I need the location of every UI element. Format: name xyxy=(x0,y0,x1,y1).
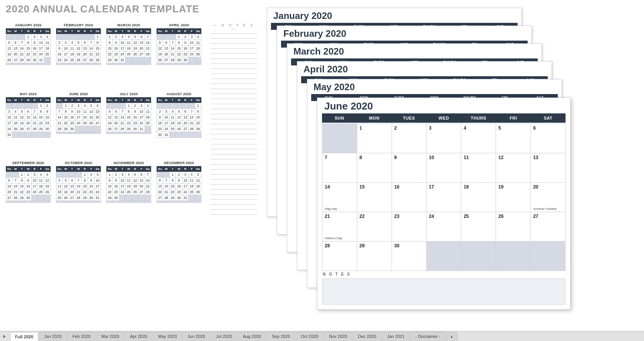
front-sheet-notes-label: N O T E S xyxy=(323,272,351,276)
calendar-day-cell[interactable]: 10 xyxy=(427,153,462,183)
calendar-day-cell[interactable]: 7 xyxy=(322,153,357,183)
sheet-tab[interactable]: Nov 2020 xyxy=(324,332,352,341)
calendar-day-cell[interactable]: 23 xyxy=(392,212,427,242)
sheet-tab[interactable]: Oct 2020 xyxy=(296,332,323,341)
calendar-day-cell[interactable] xyxy=(531,242,566,271)
mini-month: AUGUST 2020SuMTWRFSa12345678910111213141… xyxy=(157,92,201,153)
front-sheet-day-header: SUNMONTUESWEDTHURSFRISAT xyxy=(322,113,566,123)
front-month-sheet: June 2020 SUNMONTUESWEDTHURSFRISAT 12345… xyxy=(317,98,571,310)
stacked-sheet-title: January 2020 xyxy=(273,10,332,21)
calendar-day-cell[interactable]: 29 xyxy=(357,242,392,271)
day-header-cell: WED xyxy=(426,113,461,123)
calendar-day-cell[interactable]: 9 xyxy=(392,153,427,183)
calendar-event-label: Flag Day xyxy=(325,207,337,211)
calendar-day-cell[interactable]: 21Father's Day xyxy=(322,212,357,242)
mini-month: JANUARY 2020SuMTWRFSa1234567891011121314… xyxy=(6,23,51,84)
year-grid: JANUARY 2020SuMTWRFSa1234567891011121314… xyxy=(6,23,201,221)
mini-month: APRIL 2020SuMTWRFSa123456789101112131415… xyxy=(157,23,201,84)
sheet-tab[interactable]: Feb 2020 xyxy=(67,332,95,341)
stacked-sheet-title: February 2020 xyxy=(283,28,346,39)
notes-column: — N O T E S — xyxy=(211,23,257,215)
calendar-event-label: Summer Solstice xyxy=(533,207,556,211)
page-title: 2020 ANNUAL CALENDAR TEMPLATE xyxy=(6,3,199,15)
calendar-day-cell[interactable] xyxy=(496,242,531,271)
sheet-tab[interactable]: Aug 2020 xyxy=(238,332,266,341)
calendar-day-cell[interactable] xyxy=(427,242,462,271)
calendar-day-cell[interactable]: 22 xyxy=(357,212,392,242)
tab-nav-icon[interactable]: ▶ xyxy=(3,334,6,338)
sheet-tab[interactable]: - Disclaimer - xyxy=(410,332,445,341)
day-header-cell: THURS xyxy=(461,113,496,123)
stacked-sheet-title: March 2020 xyxy=(293,46,344,57)
mini-month-title: MARCH 2020 xyxy=(106,23,151,27)
day-header-cell: FRI xyxy=(496,113,531,123)
sheet-tab[interactable]: Full 2020 xyxy=(10,332,38,341)
calendar-day-cell[interactable]: 20Summer Solstice xyxy=(531,183,566,212)
calendar-day-cell[interactable]: 30 xyxy=(392,242,427,271)
mini-month: OCTOBER 2020SuMTWRFSa1234567891011121314… xyxy=(56,161,101,221)
calendar-day-cell[interactable]: 13 xyxy=(531,153,566,183)
sheet-tab[interactable]: Apr 2020 xyxy=(125,332,152,341)
mini-month-title: AUGUST 2020 xyxy=(157,92,201,96)
calendar-day-cell[interactable]: 4 xyxy=(461,124,496,153)
calendar-day-cell[interactable]: 18 xyxy=(461,183,496,212)
calendar-day-cell[interactable]: 17 xyxy=(427,183,462,212)
add-sheet-button[interactable]: + xyxy=(446,332,457,341)
sheet-tab[interactable]: May 2020 xyxy=(153,332,182,341)
mini-month-title: SEPTEMBER 2020 xyxy=(6,161,51,165)
front-sheet-grid: 1234567891011121314Flag Day151617181920S… xyxy=(322,123,566,271)
mini-month: JULY 2020SuMTWRFSa1234567891011121314151… xyxy=(106,92,151,153)
sheet-tab[interactable]: Dec 2020 xyxy=(353,332,381,341)
sheet-tab[interactable]: Jan 2021 xyxy=(382,332,409,341)
calendar-event-label: Father's Day xyxy=(325,236,342,240)
stacked-sheet-title: April 2020 xyxy=(303,64,348,75)
sheet-tab[interactable]: Sep 2020 xyxy=(267,332,295,341)
notes-lines xyxy=(211,33,257,215)
mini-month-title: NOVEMBER 2020 xyxy=(106,161,151,165)
day-header-cell: TUES xyxy=(392,113,426,123)
sheet-tab[interactable]: Mar 2020 xyxy=(96,332,124,341)
day-header-cell: SAT xyxy=(531,113,566,123)
calendar-day-cell[interactable]: 15 xyxy=(357,183,392,212)
front-sheet-title: June 2020 xyxy=(324,100,373,112)
mini-month: JUNE 2020SuMTWRFSa1234567891011121314151… xyxy=(56,92,101,153)
day-header-cell: SUN xyxy=(322,113,357,123)
calendar-day-cell[interactable]: 14Flag Day xyxy=(322,183,357,212)
notes-header: — N O T E S — xyxy=(211,23,257,31)
mini-month: NOVEMBER 2020SuMTWRFSa123456789101112131… xyxy=(106,161,151,221)
calendar-day-cell[interactable]: 16 xyxy=(392,183,427,212)
calendar-day-cell[interactable]: 6 xyxy=(531,124,566,153)
calendar-day-cell[interactable]: 3 xyxy=(427,124,462,153)
mini-month: FEBRUARY 2020SuMTWRFSa123456789101112131… xyxy=(56,23,101,84)
sheet-tab-strip: ▶ Full 2020Jan 2020Feb 2020Mar 2020Apr 2… xyxy=(0,331,644,341)
day-header-cell: MON xyxy=(357,113,392,123)
calendar-day-cell[interactable]: 5 xyxy=(496,124,531,153)
mini-month-title: JANUARY 2020 xyxy=(6,23,51,27)
calendar-day-cell[interactable]: 11 xyxy=(461,153,496,183)
calendar-day-cell[interactable]: 2 xyxy=(392,124,427,153)
mini-month: MAY 2020SuMTWRFSa12345678910111213141516… xyxy=(6,92,51,153)
sheet-tab[interactable]: Jan 2020 xyxy=(39,332,66,341)
stacked-sheet-title: May 2020 xyxy=(313,82,355,93)
sheet-tab[interactable]: Jun 2020 xyxy=(182,332,210,341)
calendar-day-cell[interactable]: 27 xyxy=(531,212,566,242)
calendar-day-cell[interactable] xyxy=(461,242,496,271)
calendar-day-cell[interactable]: 25 xyxy=(461,212,496,242)
calendar-day-cell[interactable]: 8 xyxy=(357,153,392,183)
calendar-day-cell[interactable]: 26 xyxy=(496,212,531,242)
mini-month-title: DECEMBER 2020 xyxy=(157,161,201,165)
calendar-day-cell[interactable]: 19 xyxy=(496,183,531,212)
mini-month: DECEMBER 2020SuMTWRFSa123456789101112131… xyxy=(157,161,201,221)
calendar-day-cell[interactable]: 24 xyxy=(427,212,462,242)
calendar-day-cell[interactable] xyxy=(322,124,357,153)
front-sheet-notes-box[interactable] xyxy=(322,278,566,305)
sheet-tab[interactable]: Jul 2020 xyxy=(211,332,237,341)
mini-month-title: JUNE 2020 xyxy=(56,92,101,96)
mini-month-title: MAY 2020 xyxy=(6,92,51,96)
calendar-day-cell[interactable]: 28 xyxy=(322,242,357,271)
mini-month-title: APRIL 2020 xyxy=(157,23,201,27)
mini-month-title: OCTOBER 2020 xyxy=(56,161,101,165)
calendar-day-cell[interactable]: 12 xyxy=(496,153,531,183)
calendar-day-cell[interactable]: 1 xyxy=(357,124,392,153)
mini-month-title: FEBRUARY 2020 xyxy=(56,23,101,27)
